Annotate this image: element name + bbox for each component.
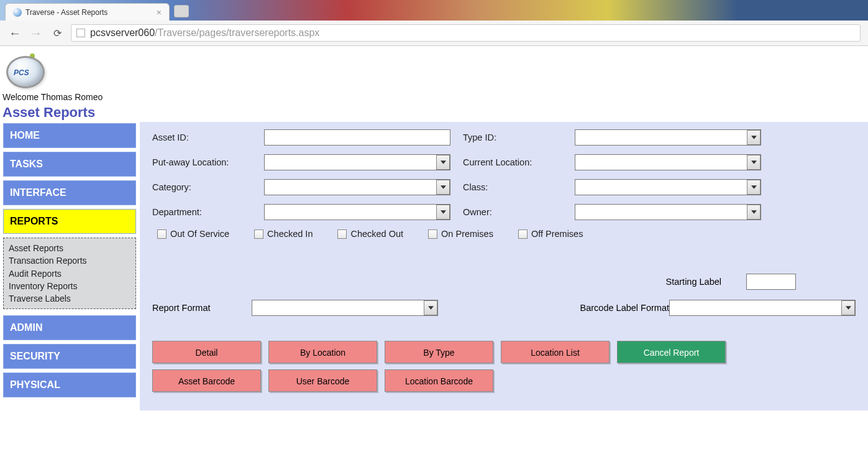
check-off-premises[interactable]: Off Premises [518,229,583,239]
checkbox-row: Out Of Service Checked In Checked Out On… [152,220,856,245]
tab-favicon-icon [13,8,22,17]
logo-area: PCS Welcome Thomas Romeo [0,50,868,102]
by-type-button[interactable]: By Type [385,341,493,363]
department-select[interactable] [264,204,450,220]
label-starting-label: Starting Label [666,277,721,287]
main-panel: Asset ID: Type ID: Put-away Location: Cu… [140,122,868,410]
sidebar-item-home[interactable]: HOME [3,123,136,148]
sidebar: HOME TASKS INTERFACE REPORTS Asset Repor… [0,122,136,401]
asset-barcode-button[interactable]: Asset Barcode [152,369,261,392]
nav-bar: ← → ⟳ pcsvserver060/Traverse/pages/trave… [0,21,868,45]
sidebar-sub-traverse-labels[interactable]: Traverse Labels [9,292,130,305]
svg-marker-3 [441,185,446,188]
new-tab-button[interactable] [174,5,189,17]
format-row: Report Format Barcode Label Format [152,300,856,316]
starting-label-row: Starting Label [152,274,856,290]
report-format-select[interactable] [252,300,438,316]
filter-form: Asset ID: Type ID: Put-away Location: Cu… [152,129,856,220]
sidebar-sub-inventory-reports[interactable]: Inventory Reports [9,280,130,292]
asset-id-input[interactable] [264,129,450,146]
location-list-button[interactable]: Location List [501,341,610,363]
svg-marker-8 [846,306,851,309]
checkbox-icon[interactable] [518,229,528,239]
cancel-report-button[interactable]: Cancel Report [617,341,726,363]
forward-button[interactable]: → [29,26,43,40]
check-checked-out[interactable]: Checked Out [337,229,403,239]
class-select[interactable] [575,179,761,195]
chevron-down-icon[interactable] [424,300,437,315]
svg-marker-2 [751,160,757,164]
by-location-button[interactable]: By Location [268,341,377,363]
svg-marker-6 [751,210,757,213]
url-text: pcsvserver060/Traverse/pages/traverserep… [90,27,319,39]
check-checked-in[interactable]: Checked In [254,229,313,239]
address-bar[interactable]: pcsvserver060/Traverse/pages/traverserep… [71,24,861,42]
chevron-down-icon[interactable] [436,180,450,195]
label-type-id: Type ID: [463,132,562,142]
reload-button[interactable]: ⟳ [50,27,65,39]
button-row-1: Detail By Location By Type Location List… [152,341,856,363]
sidebar-sub-asset-reports[interactable]: Asset Reports [9,242,130,254]
sidebar-item-admin[interactable]: ADMIN [3,315,136,340]
user-barcode-button[interactable]: User Barcode [268,369,377,392]
button-row-2: Asset Barcode User Barcode Location Barc… [152,369,856,392]
sidebar-item-reports[interactable]: REPORTS [3,209,136,234]
tab-strip: Traverse - Asset Reports × [0,0,868,21]
svg-marker-0 [751,136,757,139]
putaway-location-select[interactable] [264,154,450,170]
sidebar-sub-transaction-reports[interactable]: Transaction Reports [9,254,130,267]
checkbox-icon[interactable] [254,229,263,239]
chevron-down-icon[interactable] [747,130,761,145]
label-owner: Owner: [463,207,562,217]
detail-button[interactable]: Detail [152,341,261,363]
location-barcode-button[interactable]: Location Barcode [385,369,493,392]
chevron-down-icon[interactable] [436,155,450,170]
pcs-logo: PCS [2,51,51,91]
page-body: PCS Welcome Thomas Romeo Asset Reports H… [0,46,868,410]
checkbox-icon[interactable] [428,229,437,239]
owner-select[interactable] [575,204,761,220]
tab-close-icon[interactable]: × [157,7,162,17]
checkbox-icon[interactable] [157,229,167,239]
check-on-premises[interactable]: On Premises [428,229,493,239]
browser-tab[interactable]: Traverse - Asset Reports × [5,3,170,21]
welcome-text: Welcome Thomas Romeo [2,92,868,102]
sidebar-item-interface[interactable]: INTERFACE [3,180,136,205]
logo-text: PCS [14,68,29,77]
label-class: Class: [463,182,562,192]
browser-chrome: Traverse - Asset Reports × ← → ⟳ pcsvser… [0,0,868,46]
back-button[interactable]: ← [7,26,22,40]
page-title: Asset Reports [0,104,868,121]
label-barcode-format: Barcode Label Format [580,303,669,313]
chevron-down-icon[interactable] [436,205,450,220]
chevron-down-icon[interactable] [747,205,761,220]
current-location-select[interactable] [575,154,761,170]
label-asset-id: Asset ID: [152,132,252,142]
sidebar-item-security[interactable]: SECURITY [3,344,136,369]
checkbox-icon[interactable] [337,229,347,239]
starting-label-input[interactable] [746,274,796,290]
svg-marker-7 [428,306,434,309]
check-out-of-service[interactable]: Out Of Service [157,229,229,239]
sidebar-item-tasks[interactable]: TASKS [3,152,136,177]
barcode-format-select[interactable] [669,300,856,316]
tab-title: Traverse - Asset Reports [25,8,107,17]
category-select[interactable] [264,179,450,195]
label-putaway-location: Put-away Location: [152,157,252,167]
chevron-down-icon[interactable] [747,180,761,195]
svg-marker-1 [441,160,446,164]
page-icon [76,29,85,37]
svg-marker-5 [441,210,446,213]
url-path: /Traverse/pages/traversereports.aspx [155,27,319,38]
type-id-select[interactable] [575,129,761,146]
chevron-down-icon[interactable] [747,155,761,170]
label-category: Category: [152,182,252,192]
label-department: Department: [152,207,252,217]
sidebar-submenu: Asset Reports Transaction Reports Audit … [3,238,136,309]
sidebar-item-physical[interactable]: PHYSICAL [3,373,136,397]
url-host: pcsvserver060 [90,27,155,38]
sidebar-sub-audit-reports[interactable]: Audit Reports [9,267,130,280]
label-current-location: Current Location: [463,157,562,167]
chevron-down-icon[interactable] [841,300,855,315]
label-report-format: Report Format [152,303,252,313]
